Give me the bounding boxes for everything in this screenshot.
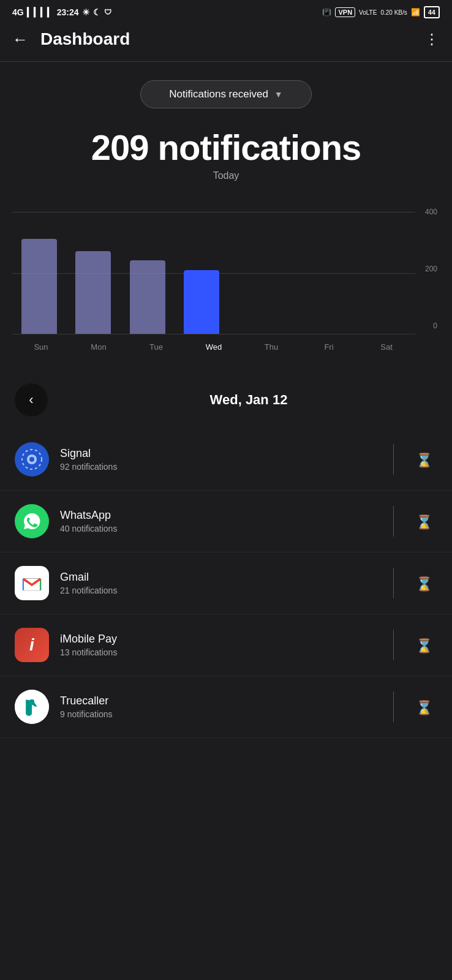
- truecaller-notif-count: 9 notifications: [60, 709, 376, 719]
- signal-notif-count: 92 notifications: [60, 462, 376, 472]
- battery-box: 44: [424, 6, 440, 18]
- x-label-fri: Fri: [300, 342, 358, 352]
- list-item: WhatsApp 40 notifications ⌛: [0, 491, 452, 552]
- list-item: Truecaller 9 notifications ⌛: [0, 676, 452, 738]
- hourglass-icon: ⌛: [416, 638, 432, 654]
- shield-icon: 🛡: [104, 8, 111, 17]
- hourglass-icon: ⌛: [416, 453, 432, 468]
- whatsapp-action-button[interactable]: ⌛: [411, 512, 437, 531]
- signal-text: 4G: [12, 7, 24, 17]
- volte-text: VoLTE: [359, 9, 377, 16]
- whatsapp-notif-count: 40 notifications: [60, 524, 376, 533]
- bar-sun-fill: [21, 239, 57, 334]
- imobile-app-info: iMobile Pay 13 notifications: [60, 633, 376, 657]
- x-label-thu: Thu: [243, 342, 300, 352]
- bar-wed: [175, 270, 228, 334]
- gmail-app-info: Gmail 21 notifications: [60, 571, 376, 595]
- page-title: Dashboard: [40, 29, 412, 49]
- brightness-icon: ☀: [82, 7, 90, 17]
- bar-wed-fill: [184, 270, 219, 334]
- header-divider: [0, 61, 452, 62]
- whatsapp-divider: [393, 506, 394, 537]
- bar-mon: [66, 251, 120, 334]
- signal-app-name: Signal: [60, 447, 376, 460]
- dropdown-label: Notifications received: [169, 88, 268, 100]
- date-navigation: ‹ Wed, Jan 12: [0, 377, 452, 423]
- signal-app-info: Signal 92 notifications: [60, 447, 376, 472]
- chevron-down-icon: ▼: [274, 89, 283, 99]
- x-label-wed: Wed: [185, 342, 243, 352]
- x-label-mon: Mon: [70, 342, 127, 352]
- gmail-divider: [393, 568, 394, 598]
- bar-tue: [121, 260, 175, 334]
- imobile-action-button[interactable]: ⌛: [411, 636, 437, 655]
- back-button[interactable]: ←: [12, 30, 28, 49]
- hourglass-icon: ⌛: [416, 514, 432, 530]
- truecaller-app-icon: [15, 690, 49, 724]
- y-label-0: 0: [433, 322, 437, 330]
- gmail-action-button[interactable]: ⌛: [411, 574, 437, 593]
- status-left: 4G ▎▎▎▎ 23:24 ☀ ☾ 🛡: [12, 7, 111, 17]
- signal-action-button[interactable]: ⌛: [411, 450, 437, 469]
- truecaller-divider: [393, 692, 394, 722]
- imobile-divider: [393, 630, 394, 660]
- notifications-type-dropdown[interactable]: Notifications received ▼: [140, 80, 312, 108]
- wifi-icon: 📶: [411, 8, 420, 17]
- prev-date-button[interactable]: ‹: [15, 383, 48, 417]
- svg-point-2: [29, 457, 34, 462]
- bar-sun: [12, 239, 66, 334]
- list-item: Gmail 21 notifications ⌛: [0, 552, 452, 614]
- signal-divider: [393, 444, 394, 475]
- app-notification-list: Signal 92 notifications ⌛ WhatsApp 40 no…: [0, 429, 452, 738]
- gmail-app-name: Gmail: [60, 571, 376, 584]
- signal-app-icon: [15, 442, 49, 477]
- stats-period: Today: [0, 170, 452, 181]
- speed-text: 0.20 KB/s: [380, 9, 407, 16]
- truecaller-app-name: Truecaller: [60, 695, 376, 707]
- current-date: Wed, Jan 12: [60, 392, 437, 408]
- whatsapp-app-name: WhatsApp: [60, 509, 376, 522]
- svg-point-6: [29, 699, 34, 704]
- x-label-tue: Tue: [127, 342, 185, 352]
- bar-chart: 400 200 0: [12, 200, 440, 359]
- list-item: Signal 92 notifications ⌛: [0, 429, 452, 491]
- truecaller-app-info: Truecaller 9 notifications: [60, 695, 376, 719]
- hourglass-icon: ⌛: [416, 576, 432, 592]
- gmail-notif-count: 21 notifications: [60, 586, 376, 595]
- y-label-200: 200: [425, 265, 437, 273]
- status-right: 📳 VPN VoLTE 0.20 KB/s 📶 44: [322, 6, 440, 18]
- hourglass-icon: ⌛: [416, 700, 432, 715]
- gmail-app-icon: [15, 566, 49, 600]
- truecaller-action-button[interactable]: ⌛: [411, 698, 437, 717]
- notification-count: 209 notifications: [0, 127, 452, 168]
- header: ← Dashboard ⋮: [0, 23, 452, 61]
- signal-bars-icon: ▎▎▎▎: [27, 7, 54, 17]
- x-label-sat: Sat: [358, 342, 415, 352]
- moon-icon: ☾: [93, 7, 101, 17]
- bar-tue-fill: [130, 260, 165, 334]
- imobile-app-icon: i: [15, 628, 49, 662]
- list-item: i iMobile Pay 13 notifications ⌛: [0, 614, 452, 676]
- more-options-button[interactable]: ⋮: [424, 31, 440, 48]
- status-bar: 4G ▎▎▎▎ 23:24 ☀ ☾ 🛡 📳 VPN VoLTE 0.20 KB/…: [0, 0, 452, 23]
- bar-mon-fill: [75, 251, 111, 334]
- whatsapp-app-info: WhatsApp 40 notifications: [60, 509, 376, 533]
- x-label-sun: Sun: [12, 342, 70, 352]
- vpn-badge: VPN: [335, 7, 355, 17]
- y-label-400: 400: [425, 208, 437, 216]
- vibrate-icon: 📳: [322, 8, 331, 17]
- whatsapp-app-icon: [15, 504, 49, 538]
- imobile-notif-count: 13 notifications: [60, 647, 376, 657]
- stats-section: 209 notifications Today: [0, 127, 452, 181]
- imobile-app-name: iMobile Pay: [60, 633, 376, 646]
- time-display: 23:24: [57, 7, 79, 17]
